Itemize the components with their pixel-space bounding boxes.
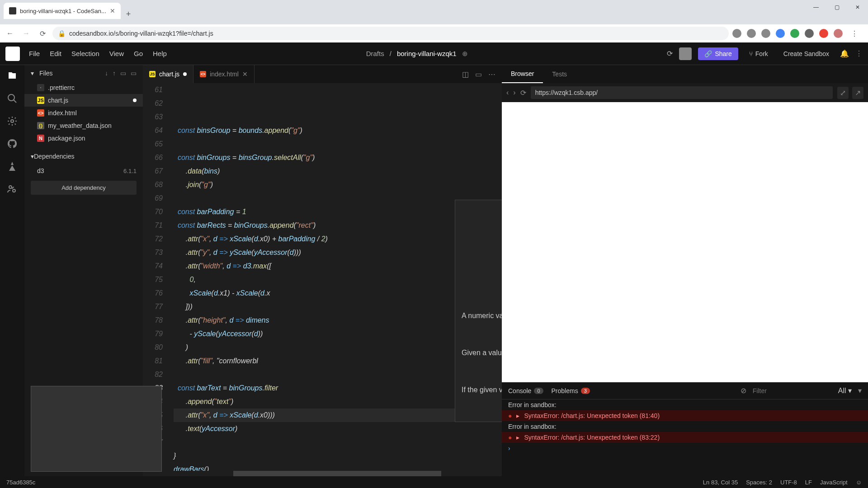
- profile-avatar[interactable]: [834, 29, 843, 38]
- nav-back-icon[interactable]: ←: [4, 27, 16, 40]
- preview-forward-icon[interactable]: ›: [513, 89, 515, 97]
- app-logo[interactable]: [5, 47, 20, 61]
- new-tab-button[interactable]: +: [121, 9, 137, 19]
- extension-icon[interactable]: [790, 29, 799, 38]
- code-line[interactable]: const binsGroup = bounds.append("g"): [174, 124, 502, 137]
- window-maximize[interactable]: ▢: [826, 0, 847, 14]
- clear-console-icon[interactable]: ⊘: [741, 386, 746, 395]
- download-icon[interactable]: ↓: [105, 70, 108, 77]
- code-line[interactable]: drawBars(): [174, 463, 502, 471]
- window-close[interactable]: ✕: [847, 0, 868, 14]
- dependency-item[interactable]: d36.1.1: [24, 164, 143, 177]
- reload-icon[interactable]: ⟳: [667, 49, 673, 58]
- preview-reload-icon[interactable]: ⟳: [520, 89, 526, 97]
- file-item[interactable]: <>index.html: [24, 107, 143, 119]
- code-line[interactable]: const binGroups = binsGroup.selectAll("g…: [174, 151, 502, 164]
- more-icon[interactable]: ⋯: [488, 70, 495, 79]
- file-item[interactable]: {}my_weather_data.json: [24, 119, 143, 132]
- editor-tab[interactable]: <>index.html✕: [193, 65, 255, 83]
- preview-expand-icon[interactable]: ⤢: [837, 87, 849, 99]
- add-dependency-button[interactable]: Add dependency: [31, 181, 137, 195]
- code-line[interactable]: [174, 368, 502, 381]
- menu-selection[interactable]: Selection: [71, 50, 99, 57]
- tab-close-icon[interactable]: ✕: [242, 70, 248, 78]
- code-line[interactable]: 0,: [174, 273, 502, 286]
- code-line[interactable]: const barPadding = 1: [174, 205, 502, 219]
- notification-icon[interactable]: 🔔: [840, 49, 849, 58]
- code-line[interactable]: .attr("height", d => dimens: [174, 314, 502, 327]
- console-prompt[interactable]: ›: [502, 443, 868, 454]
- window-minimize[interactable]: —: [806, 0, 826, 14]
- layout-icon[interactable]: ▭: [475, 70, 482, 79]
- code-line[interactable]: .append("text"): [174, 395, 502, 408]
- code-line[interactable]: - yScale(yAccessor(d)): [174, 327, 502, 341]
- search-icon[interactable]: [7, 93, 18, 104]
- status-feedback-icon[interactable]: ☺: [856, 479, 862, 486]
- nav-reload-icon[interactable]: ⟳: [36, 27, 49, 40]
- browser-tab[interactable]: boring-villani-wzqk1 - CodeSan... ✕: [4, 3, 121, 19]
- webcam-overlay[interactable]: [31, 386, 162, 472]
- menu-edit[interactable]: Edit: [50, 50, 61, 57]
- file-item[interactable]: ·.prettierrc: [24, 81, 143, 94]
- extension-icon[interactable]: [747, 29, 756, 38]
- menu-help[interactable]: Help: [153, 50, 167, 57]
- status-language[interactable]: JavaScript: [820, 479, 848, 486]
- split-editor-icon[interactable]: ◫: [462, 70, 469, 79]
- menu-view[interactable]: View: [109, 50, 124, 57]
- live-icon[interactable]: [7, 183, 18, 194]
- extension-icon[interactable]: [805, 29, 814, 38]
- browser-menu-icon[interactable]: ⋮: [848, 27, 861, 40]
- code-line[interactable]: [174, 436, 502, 449]
- code-line[interactable]: xScale(d.x1) - xScale(d.x: [174, 286, 502, 300]
- explorer-icon[interactable]: [7, 70, 18, 81]
- code-line[interactable]: .text(yAccessor): [174, 422, 502, 436]
- code-line[interactable]: const barRects = binGroups.append("rect"…: [174, 219, 502, 232]
- console-tab[interactable]: Console 0: [508, 387, 543, 394]
- menu-file[interactable]: File: [29, 50, 40, 57]
- console-filter-input[interactable]: [753, 387, 832, 394]
- breadcrumb-name[interactable]: boring-villani-wzqk1: [397, 50, 457, 57]
- deps-header[interactable]: ▾ Dependencies: [24, 148, 143, 164]
- url-input[interactable]: 🔒 codesandbox.io/s/boring-villani-wzqk1?…: [52, 27, 729, 40]
- settings-icon[interactable]: [7, 116, 18, 127]
- code-line[interactable]: ])): [174, 300, 502, 314]
- code-line[interactable]: }: [174, 449, 502, 463]
- code-line[interactable]: .attr("x", d => xScale(d.x0) + barPaddin…: [174, 232, 502, 246]
- code-line[interactable]: [174, 192, 502, 205]
- expand-icon[interactable]: ▸: [516, 434, 519, 441]
- tab-close-icon[interactable]: ✕: [110, 7, 115, 14]
- horizontal-scrollbar[interactable]: [143, 471, 502, 476]
- github-icon[interactable]: [7, 138, 18, 149]
- fork-button[interactable]: ⑂ Fork: [745, 47, 773, 60]
- status-eol[interactable]: LF: [805, 479, 812, 486]
- code-line[interactable]: .attr("fill", "cornflowerbl: [174, 354, 502, 368]
- code-line[interactable]: [174, 137, 502, 151]
- expand-icon[interactable]: ▸: [516, 412, 519, 419]
- file-item[interactable]: JSchart.js: [24, 94, 143, 107]
- deploy-icon[interactable]: [7, 161, 18, 172]
- status-encoding[interactable]: UTF-8: [780, 479, 797, 486]
- extension-icon[interactable]: [776, 29, 785, 38]
- code-line[interactable]: .join("g"): [174, 178, 502, 192]
- app-menu-icon[interactable]: ⋮: [855, 49, 863, 58]
- create-sandbox-button[interactable]: Create Sandbox: [779, 47, 834, 60]
- extension-icon[interactable]: [761, 29, 770, 38]
- code-line[interactable]: .data(bins): [174, 164, 502, 178]
- panel-tab-browser[interactable]: Browser: [502, 65, 543, 83]
- status-spaces[interactable]: Spaces: 2: [746, 479, 772, 486]
- problems-tab[interactable]: Problems 3: [552, 387, 590, 394]
- editor-tab[interactable]: JSchart.js: [143, 65, 193, 83]
- console-level-dropdown[interactable]: All ▾: [838, 386, 852, 395]
- share-button[interactable]: 🔗 Share: [698, 47, 738, 60]
- code-line[interactable]: .attr("y", d => yScale(yAccessor(d))): [174, 246, 502, 259]
- files-header[interactable]: ▾ Files ↓ ↑ ▭ ▭: [24, 65, 143, 81]
- file-item[interactable]: Npackage.json: [24, 132, 143, 145]
- breadcrumb-parent[interactable]: Drafts: [366, 50, 384, 57]
- panel-tab-tests[interactable]: Tests: [543, 65, 576, 83]
- preview-back-icon[interactable]: ‹: [506, 89, 509, 97]
- extension-icon[interactable]: [819, 29, 828, 38]
- code-line[interactable]: ): [174, 341, 502, 354]
- console-collapse-icon[interactable]: ▾: [858, 386, 862, 395]
- preview-url-input[interactable]: https://wzqk1.csb.app/: [531, 86, 833, 99]
- status-commit[interactable]: 75ad6385c: [6, 479, 35, 486]
